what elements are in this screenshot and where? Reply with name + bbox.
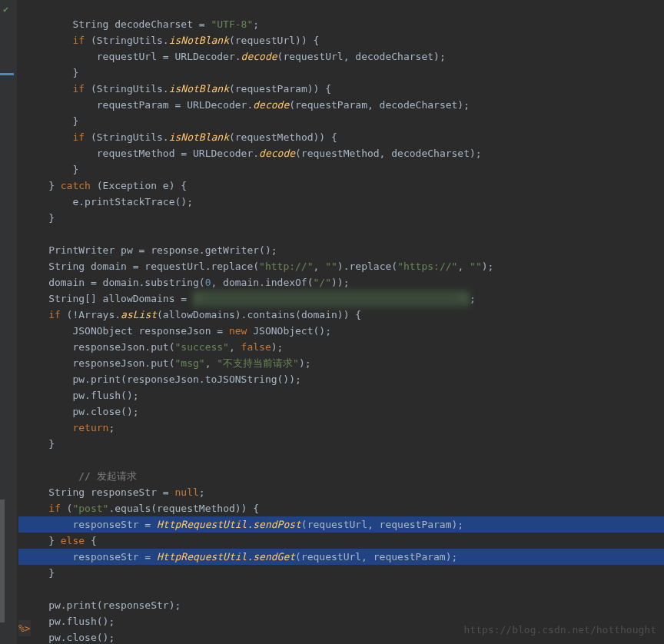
change-marker bbox=[0, 73, 14, 75]
code-line: pw.close(); bbox=[18, 406, 139, 417]
code-line: // 发起请求 bbox=[18, 470, 137, 482]
code-line: } bbox=[18, 164, 78, 175]
code-line: } bbox=[18, 567, 55, 579]
code-line: pw.flush(); bbox=[18, 616, 115, 627]
watermark: https://blog.csdn.net/hotthought bbox=[464, 622, 656, 638]
code-line: if (StringUtils.isNotBlank(requestUrl)) … bbox=[18, 35, 319, 46]
code-line: String[] allowDomains = {" "}; bbox=[18, 293, 476, 304]
code-line: if (!Arrays.asList(allowDomains).contain… bbox=[18, 309, 361, 320]
code-line bbox=[18, 583, 25, 595]
code-line: } bbox=[18, 212, 55, 224]
code-line: } bbox=[18, 115, 78, 127]
code-line: } bbox=[18, 67, 78, 78]
code-line: responseJson.put("success", false); bbox=[18, 341, 283, 353]
highlighted-line: responseStr = HttpRequestUtil.sendPost(r… bbox=[18, 516, 664, 533]
code-line: pw.print(responseStr); bbox=[18, 599, 181, 611]
gutter: ✔ bbox=[0, 0, 17, 644]
code-line: JSONObject responseJson = new JSONObject… bbox=[18, 325, 331, 337]
code-line: pw.close(); bbox=[18, 632, 115, 643]
code-line bbox=[18, 454, 25, 466]
code-area[interactable]: String decodeCharset = "UTF-8"; if (Stri… bbox=[17, 0, 664, 644]
code-line: requestParam = URLDecoder.decode(request… bbox=[18, 99, 470, 111]
code-line: } bbox=[18, 438, 55, 450]
code-line: domain = domain.substring(0, domain.inde… bbox=[18, 277, 350, 288]
code-line: e.printStackTrace(); bbox=[18, 196, 193, 207]
code-line: if (StringUtils.isNotBlank(requestParam)… bbox=[18, 83, 331, 95]
code-line: String decodeCharset = "UTF-8"; bbox=[18, 18, 259, 30]
check-icon: ✔ bbox=[3, 2, 8, 18]
highlighted-line: responseStr = HttpRequestUtil.sendGet(re… bbox=[18, 549, 664, 565]
code-line: return; bbox=[18, 422, 115, 433]
code-line: responseJson.put("msg", "不支持当前请求"); bbox=[18, 357, 311, 369]
code-line: String domain = requestUrl.replace("http… bbox=[18, 261, 493, 272]
code-line: PrintWriter pw = response.getWriter(); bbox=[18, 244, 277, 256]
code-line: requestMethod = URLDecoder.decode(reques… bbox=[18, 148, 482, 159]
code-line: pw.print(responseJson.toJSONString()); bbox=[18, 373, 301, 385]
code-line: } else { bbox=[18, 535, 97, 546]
code-line: if (StringUtils.isNotBlank(requestMethod… bbox=[18, 131, 337, 143]
code-editor[interactable]: ✔ String decodeCharset = "UTF-8"; if (St… bbox=[0, 0, 664, 644]
jsp-close-tag: %> bbox=[18, 620, 31, 636]
code-line: } catch (Exception e) { bbox=[18, 180, 187, 191]
code-line: pw.flush(); bbox=[18, 390, 139, 401]
fold-marker bbox=[0, 500, 5, 622]
code-line bbox=[18, 228, 25, 240]
code-line: requestUrl = URLDecoder.decode(requestUr… bbox=[18, 51, 446, 62]
code-line: String responseStr = null; bbox=[18, 486, 205, 498]
code-line: if ("post".equals(requestMethod)) { bbox=[18, 503, 259, 514]
